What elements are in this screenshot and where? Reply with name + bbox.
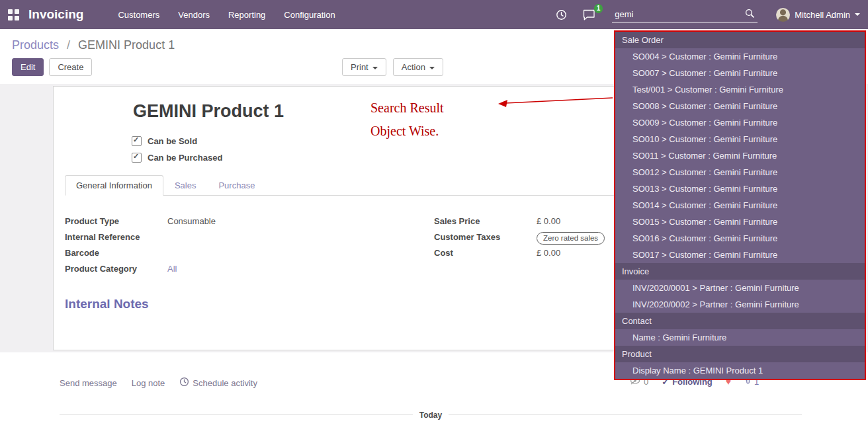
sales-price-label: Sales Price	[434, 216, 537, 226]
product-category-label: Product Category	[65, 264, 167, 274]
search-result-item[interactable]: SO010 > Customer : Gemini Furniture	[615, 131, 865, 147]
action-dropdown-button[interactable]: Action	[393, 58, 443, 76]
nav-menu-reporting[interactable]: Reporting	[228, 10, 265, 20]
chatter-actions: Send message Log note Schedule activity	[60, 377, 257, 389]
search-result-item[interactable]: Display Name : GEMINI Product 1	[615, 362, 865, 379]
search-group-header: Product	[615, 346, 865, 362]
search-result-item[interactable]: SO012 > Customer : Gemini Furniture	[615, 164, 865, 180]
fields-left-column: Product Type Consumable Internal Referen…	[65, 216, 216, 280]
messages-icon[interactable]: 1	[583, 9, 596, 20]
can-be-purchased-row: Can be Purchased	[132, 149, 222, 166]
print-action-buttons: Print Action	[342, 58, 443, 76]
search-result-item[interactable]: SO014 > Customer : Gemini Furniture	[615, 197, 865, 214]
customer-taxes-label: Customer Taxes	[434, 232, 537, 242]
product-category-value[interactable]: All	[167, 264, 177, 274]
search-group-header: Invoice	[615, 263, 865, 280]
tab-general-information[interactable]: General Information	[65, 175, 163, 196]
search-result-item[interactable]: SO017 > Customer : Gemini Furniture	[615, 247, 865, 263]
internal-notes-heading: Internal Notes	[65, 297, 149, 311]
schedule-clock-icon	[179, 377, 189, 389]
sales-price-row: Sales Price £ 0.00	[434, 216, 605, 229]
search-result-item[interactable]: SO015 > Customer : Gemini Furniture	[615, 214, 865, 230]
customer-taxes-tag[interactable]: Zero rated sales	[537, 232, 605, 245]
search-input-value[interactable]: gemi	[615, 9, 633, 19]
annotation-line-1: Search Result	[370, 97, 444, 120]
user-name: Mitchell Admin	[795, 10, 850, 20]
create-button[interactable]: Create	[49, 58, 92, 76]
breadcrumb-separator: /	[67, 38, 70, 52]
cost-row: Cost £ 0.00	[434, 248, 605, 260]
search-result-item[interactable]: SO011 > Customer : Gemini Furniture	[615, 147, 865, 164]
barcode-row: Barcode	[65, 248, 216, 260]
tab-sales[interactable]: Sales	[163, 175, 208, 196]
messages-badge: 1	[594, 4, 603, 13]
can-be-purchased-checkbox[interactable]	[132, 153, 142, 163]
apps-menu-icon[interactable]	[8, 9, 19, 20]
search-icon[interactable]	[745, 9, 755, 20]
search-result-item[interactable]: SO016 > Customer : Gemini Furniture	[615, 230, 865, 247]
breadcrumb-products-link[interactable]: Products	[12, 38, 59, 52]
search-result-item[interactable]: INV/2020/0002 > Partner : Gemini Furnitu…	[615, 296, 865, 313]
user-menu[interactable]: Mitchell Admin	[776, 8, 860, 22]
chevron-down-icon	[855, 13, 860, 16]
systray: 1 gemi Mitchell Admin	[556, 7, 860, 22]
nav-menu-vendors[interactable]: Vendors	[178, 10, 210, 20]
search-result-item[interactable]: INV/2020/0001 > Partner : Gemini Furnitu…	[615, 280, 865, 296]
customer-taxes-row: Customer Taxes Zero rated sales	[434, 232, 605, 245]
print-dropdown-button[interactable]: Print	[342, 58, 386, 76]
search-group-header: Contact	[615, 313, 865, 329]
today-label: Today	[413, 411, 449, 420]
annotation-arrow	[496, 94, 615, 111]
chevron-down-icon	[372, 67, 378, 69]
search-result-item[interactable]: SO009 > Customer : Gemini Furniture	[615, 114, 865, 131]
search-result-item[interactable]: Test/001 > Customer : Gemini Furniture	[615, 81, 865, 98]
breadcrumb: Products / GEMINI Product 1	[12, 38, 175, 52]
annotation-line-2: Object Wise.	[370, 120, 444, 143]
product-type-value: Consumable	[167, 216, 216, 226]
nav-menu-customers[interactable]: Customers	[118, 10, 159, 20]
can-be-purchased-label: Can be Purchased	[148, 153, 222, 163]
tab-purchase[interactable]: Purchase	[207, 175, 266, 196]
today-divider: Today	[60, 414, 802, 426]
can-be-sold-checkbox[interactable]	[132, 136, 142, 146]
breadcrumb-current: GEMINI Product 1	[78, 38, 175, 52]
top-navbar: Invoicing CustomersVendorsReportingConfi…	[0, 0, 868, 29]
activities-clock-icon[interactable]	[556, 9, 567, 20]
schedule-activity-link[interactable]: Schedule activity	[179, 377, 257, 389]
search-result-item[interactable]: SO007 > Customer : Gemini Furniture	[615, 65, 865, 81]
search-group-header: Sale Order	[615, 32, 865, 48]
sales-price-value: £ 0.00	[537, 216, 560, 226]
chevron-down-icon	[429, 67, 435, 69]
record-buttons: Edit Create	[12, 58, 92, 76]
fields-right-column: Sales Price £ 0.00 Customer Taxes Zero r…	[434, 216, 605, 264]
product-type-label: Product Type	[65, 216, 167, 226]
internal-reference-row: Internal Reference	[65, 232, 216, 245]
product-category-row: Product Category All	[65, 264, 216, 276]
send-message-link[interactable]: Send message	[60, 377, 117, 389]
global-search-box[interactable]: gemi	[612, 7, 758, 22]
nav-menu-configuration[interactable]: Configuration	[284, 10, 335, 20]
search-result-item[interactable]: SO004 > Customer : Gemini Furniture	[615, 48, 865, 65]
can-be-sold-row: Can be Sold	[132, 133, 222, 149]
nav-menu: CustomersVendorsReportingConfiguration	[118, 10, 335, 20]
app-name[interactable]: Invoicing	[28, 7, 83, 22]
log-note-link[interactable]: Log note	[132, 377, 165, 389]
barcode-label: Barcode	[65, 248, 167, 258]
annotation-text: Search Result Object Wise.	[370, 97, 444, 143]
internal-reference-label: Internal Reference	[65, 232, 167, 242]
product-type-row: Product Type Consumable	[65, 216, 216, 229]
search-result-item[interactable]: Name : Gemini Furniture	[615, 329, 865, 346]
product-flags: Can be Sold Can be Purchased	[132, 133, 222, 166]
search-results-dropdown: Sale OrderSO004 > Customer : Gemini Furn…	[614, 30, 866, 380]
edit-button[interactable]: Edit	[12, 58, 44, 76]
product-title: GEMINI Product 1	[133, 101, 284, 122]
can-be-sold-label: Can be Sold	[148, 136, 197, 146]
cost-value: £ 0.00	[537, 248, 560, 258]
avatar	[776, 8, 790, 22]
cost-label: Cost	[434, 248, 537, 258]
search-result-item[interactable]: SO008 > Customer : Gemini Furniture	[615, 98, 865, 114]
search-result-item[interactable]: SO013 > Customer : Gemini Furniture	[615, 180, 865, 197]
